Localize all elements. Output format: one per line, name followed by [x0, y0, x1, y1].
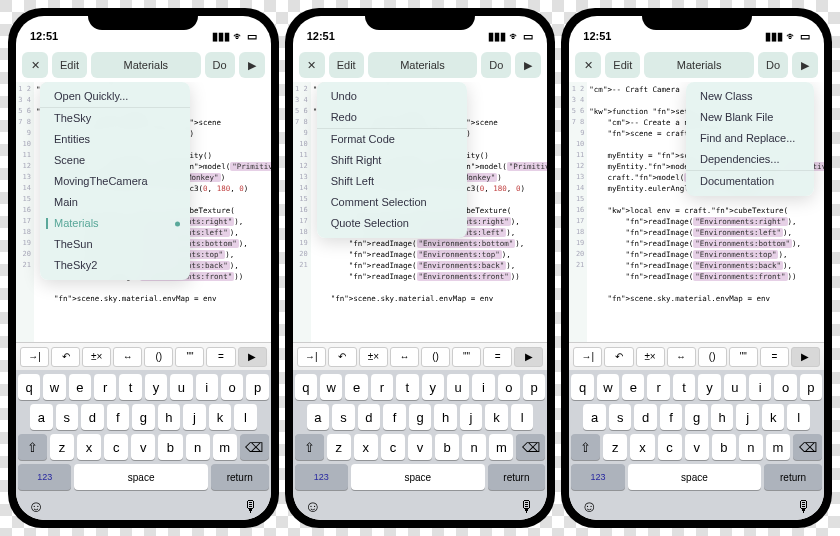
code-editor[interactable]: 1 2 3 4 5 6 7 8 9 10 11 12 13 14 15 16 1… — [569, 82, 824, 342]
edit-button[interactable]: Edit — [52, 52, 87, 78]
keyboard-key[interactable]: g — [132, 404, 155, 430]
keyboard-key[interactable]: n — [462, 434, 486, 460]
menu-item[interactable]: Find and Replace... — [686, 128, 814, 149]
keyboard-key[interactable]: r — [94, 374, 116, 400]
keyboard-key[interactable]: w — [320, 374, 342, 400]
menu-item[interactable]: Shift Left — [317, 171, 467, 192]
keyboard-key[interactable]: a — [583, 404, 606, 430]
keyboard-key[interactable]: n — [739, 434, 763, 460]
menu-item[interactable]: Quote Selection — [317, 213, 467, 234]
keyboard-key[interactable]: v — [685, 434, 709, 460]
code-editor[interactable]: 1 2 3 4 5 6 7 8 9 10 11 12 13 14 15 16 1… — [293, 82, 548, 342]
number-key[interactable]: 123 — [18, 464, 71, 490]
accessory-key[interactable]: →| — [20, 347, 49, 367]
keyboard-key[interactable]: r — [371, 374, 393, 400]
menu-item[interactable]: Undo — [317, 86, 467, 107]
number-key[interactable]: 123 — [571, 464, 624, 490]
keyboard-key[interactable]: i — [749, 374, 771, 400]
accessory-key[interactable]: ↔ — [113, 347, 142, 367]
keyboard-key[interactable]: w — [597, 374, 619, 400]
accessory-key[interactable]: "" — [729, 347, 758, 367]
accessory-key[interactable]: ▶ — [238, 347, 267, 367]
menu-item[interactable]: TheSky2 — [40, 255, 190, 276]
return-key[interactable]: return — [764, 464, 822, 490]
keyboard-key[interactable]: g — [685, 404, 708, 430]
keyboard-key[interactable]: t — [119, 374, 141, 400]
keyboard-key[interactable]: q — [295, 374, 317, 400]
keyboard-key[interactable]: o — [498, 374, 520, 400]
mic-icon[interactable]: 🎙 — [796, 498, 812, 516]
shift-key[interactable]: ⇧ — [571, 434, 600, 460]
keyboard-key[interactable]: l — [787, 404, 810, 430]
keyboard-key[interactable]: e — [69, 374, 91, 400]
keyboard-key[interactable]: b — [712, 434, 736, 460]
keyboard-key[interactable]: p — [246, 374, 268, 400]
keyboard-key[interactable]: c — [381, 434, 405, 460]
keyboard-key[interactable]: o — [774, 374, 796, 400]
keyboard-key[interactable]: g — [409, 404, 432, 430]
code-editor[interactable]: 1 2 3 4 5 6 7 8 9 10 11 12 13 14 15 16 1… — [16, 82, 271, 342]
keyboard-key[interactable]: x — [354, 434, 378, 460]
accessory-key[interactable]: ↔ — [390, 347, 419, 367]
menu-item[interactable]: Entities — [40, 129, 190, 150]
keyboard-key[interactable]: v — [408, 434, 432, 460]
keyboard-key[interactable]: x — [77, 434, 101, 460]
keyboard-key[interactable]: i — [196, 374, 218, 400]
keyboard-key[interactable]: h — [434, 404, 457, 430]
keyboard-key[interactable]: d — [634, 404, 657, 430]
accessory-key[interactable]: = — [760, 347, 789, 367]
keyboard-key[interactable]: l — [511, 404, 534, 430]
accessory-key[interactable]: ↶ — [328, 347, 357, 367]
accessory-key[interactable]: ↶ — [51, 347, 80, 367]
keyboard-key[interactable]: d — [358, 404, 381, 430]
keyboard-key[interactable]: q — [571, 374, 593, 400]
keyboard-key[interactable]: a — [30, 404, 53, 430]
space-key[interactable]: space — [628, 464, 761, 490]
keyboard-key[interactable]: q — [18, 374, 40, 400]
accessory-key[interactable]: ±× — [359, 347, 388, 367]
emoji-icon[interactable]: ☺ — [28, 498, 44, 516]
tab-title[interactable]: Materials — [644, 52, 754, 78]
accessory-key[interactable]: ±× — [82, 347, 111, 367]
close-button[interactable]: ✕ — [22, 52, 48, 78]
number-key[interactable]: 123 — [295, 464, 348, 490]
play-button[interactable]: ▶ — [515, 52, 541, 78]
keyboard-key[interactable]: k — [485, 404, 508, 430]
keyboard-key[interactable]: l — [234, 404, 257, 430]
keyboard-key[interactable]: e — [622, 374, 644, 400]
accessory-key[interactable]: () — [421, 347, 450, 367]
keyboard-key[interactable]: x — [630, 434, 654, 460]
keyboard-key[interactable]: k — [209, 404, 232, 430]
accessory-key[interactable]: () — [144, 347, 173, 367]
menu-item[interactable]: MovingTheCamera — [40, 171, 190, 192]
tab-title[interactable]: Materials — [91, 52, 201, 78]
menu-item[interactable]: Redo — [317, 107, 467, 128]
keyboard-key[interactable]: u — [447, 374, 469, 400]
return-key[interactable]: return — [488, 464, 546, 490]
keyboard-key[interactable]: h — [711, 404, 734, 430]
menu-item[interactable]: Documentation — [686, 170, 814, 192]
accessory-key[interactable]: ↔ — [667, 347, 696, 367]
keyboard-key[interactable]: u — [170, 374, 192, 400]
keyboard-key[interactable]: c — [658, 434, 682, 460]
menu-item[interactable]: New Blank File — [686, 107, 814, 128]
close-button[interactable]: ✕ — [575, 52, 601, 78]
keyboard-key[interactable]: b — [435, 434, 459, 460]
accessory-key[interactable]: ↶ — [604, 347, 633, 367]
keyboard-key[interactable]: a — [307, 404, 330, 430]
keyboard-key[interactable]: z — [603, 434, 627, 460]
menu-item[interactable]: Main — [40, 192, 190, 213]
accessory-key[interactable]: () — [698, 347, 727, 367]
keyboard-key[interactable]: f — [660, 404, 683, 430]
emoji-icon[interactable]: ☺ — [305, 498, 321, 516]
emoji-icon[interactable]: ☺ — [581, 498, 597, 516]
keyboard-key[interactable]: b — [158, 434, 182, 460]
edit-button[interactable]: Edit — [605, 52, 640, 78]
keyboard-key[interactable]: t — [673, 374, 695, 400]
keyboard-key[interactable]: w — [43, 374, 65, 400]
return-key[interactable]: return — [211, 464, 269, 490]
menu-item[interactable]: TheSky — [40, 107, 190, 129]
keyboard-key[interactable]: r — [647, 374, 669, 400]
keyboard-key[interactable]: h — [158, 404, 181, 430]
keyboard-key[interactable]: v — [131, 434, 155, 460]
